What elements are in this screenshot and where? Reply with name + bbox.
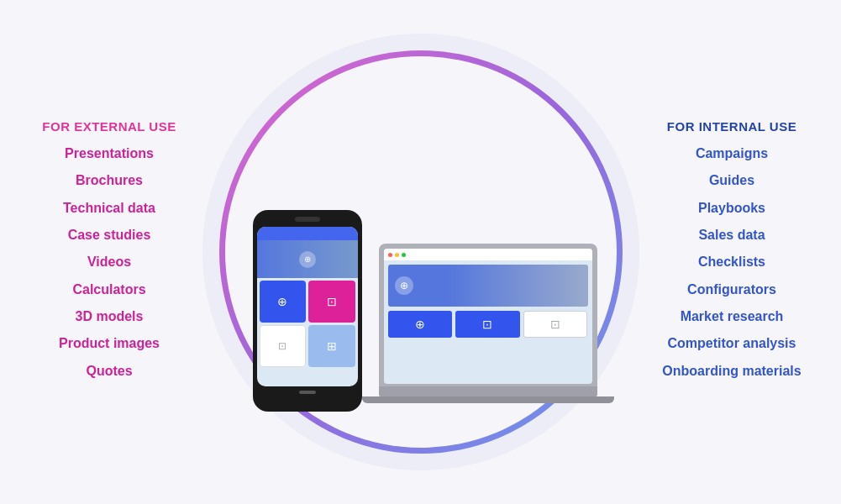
right-item-2: Guides xyxy=(709,167,754,194)
laptop-tile-icon-1: ⊕ xyxy=(415,318,425,331)
left-item-2: Brochures xyxy=(76,167,143,194)
phone-grid: ⊕ ⊡ ⊡ ⊞ xyxy=(257,278,358,370)
left-item-8: Product images xyxy=(59,330,160,357)
right-item-8: Competitor analysis xyxy=(668,330,796,357)
laptop-bottom xyxy=(362,396,614,403)
right-item-1: Campaigns xyxy=(696,140,768,167)
phone-bottom-bar xyxy=(257,386,358,395)
phone-notch xyxy=(295,217,320,222)
right-column: FOR INTERNAL USE Campaigns Guides Playbo… xyxy=(648,0,841,504)
left-item-6: Calculators xyxy=(72,276,145,303)
laptop-hero-banner: ⊕ xyxy=(388,265,588,307)
right-item-4: Sales data xyxy=(698,222,765,249)
left-item-1: Presentations xyxy=(65,140,154,167)
laptop-tile-3: ⊡ xyxy=(523,311,588,338)
dot-green xyxy=(402,253,406,257)
phone-body: ⊕ ⊕ ⊡ ⊡ ⊞ xyxy=(253,210,362,412)
phone-home-indicator xyxy=(299,391,316,394)
phone-screen-topbar xyxy=(257,227,358,240)
laptop-tile-icon-2: ⊡ xyxy=(482,318,492,331)
phone-screen: ⊕ ⊕ ⊡ ⊡ ⊞ xyxy=(257,227,358,386)
laptop-tile-2: ⊡ xyxy=(455,311,520,338)
left-item-9: Quotes xyxy=(86,358,132,385)
right-section-title: FOR INTERNAL USE xyxy=(667,119,796,134)
left-item-5: Videos xyxy=(87,249,131,276)
phone-hero-banner: ⊕ xyxy=(257,240,358,278)
left-column: FOR EXTERNAL USE Presentations Brochures… xyxy=(0,0,193,504)
dot-red xyxy=(388,253,392,257)
phone-tile-icon-3: ⊡ xyxy=(278,340,286,352)
laptop-illustration: ⊕ ⊕ ⊡ ⊡ xyxy=(379,244,597,403)
phone-illustration: ⊕ ⊕ ⊡ ⊡ ⊞ xyxy=(253,210,362,412)
right-item-7: Market research xyxy=(681,303,784,330)
phone-tile-3: ⊡ xyxy=(260,325,307,367)
right-item-6: Configurators xyxy=(687,276,776,303)
laptop-hero-icon: ⊕ xyxy=(395,276,413,295)
phone-hero-icon: ⊕ xyxy=(299,251,316,268)
right-item-5: Checklists xyxy=(698,249,765,276)
laptop-tile-1: ⊕ xyxy=(388,311,453,338)
laptop-screen-outer: ⊕ ⊕ ⊡ ⊡ xyxy=(379,244,597,386)
laptop-hero-image xyxy=(388,265,588,307)
left-item-7: 3D models xyxy=(76,303,144,330)
left-section-title: FOR EXTERNAL USE xyxy=(42,119,176,134)
laptop-content: ⊕ ⊕ ⊡ ⊡ xyxy=(384,260,592,342)
devices-container: ⊕ ⊕ ⊡ ⊡ xyxy=(228,76,614,428)
phone-tile-4: ⊞ xyxy=(308,325,355,367)
laptop-base xyxy=(379,386,597,396)
left-item-3: Technical data xyxy=(63,195,155,222)
right-item-9: Onboarding materials xyxy=(662,358,801,385)
phone-tile-1: ⊕ xyxy=(260,281,307,323)
dot-yellow xyxy=(395,253,399,257)
laptop-top-bar xyxy=(384,249,592,260)
left-item-4: Case studies xyxy=(68,222,151,249)
phone-tile-2: ⊡ xyxy=(308,281,355,323)
laptop-tile-icon-3: ⊡ xyxy=(550,318,560,331)
laptop-grid: ⊕ ⊡ ⊡ xyxy=(388,311,588,338)
right-item-3: Playbooks xyxy=(698,195,765,222)
laptop-screen-inner: ⊕ ⊕ ⊡ ⊡ xyxy=(384,249,592,384)
page-container: FOR EXTERNAL USE Presentations Brochures… xyxy=(0,0,841,504)
